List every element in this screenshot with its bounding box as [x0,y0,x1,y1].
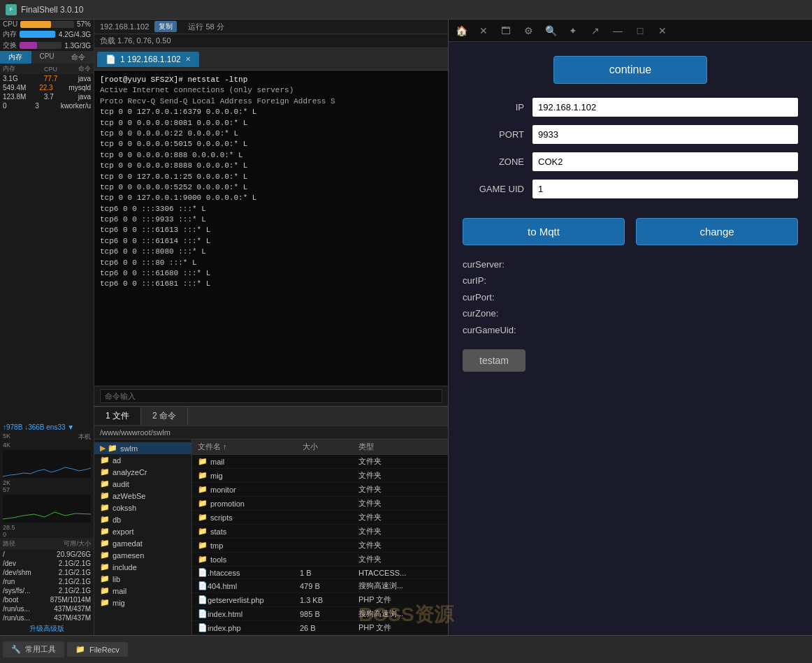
tree-item-include[interactable]: 📁include [94,561,191,573]
mem-bar-fill [20,31,55,38]
tree-item-audit[interactable]: 📁audit [94,478,191,490]
mem-row: 内存 4.2G/4.3G [0,29,94,40]
tab-connection[interactable]: 📄 1 192.168.1.102 ✕ [97,52,199,67]
upgrade-link[interactable]: 升级高级版 [0,622,94,635]
tree-item-analyze[interactable]: 📁analyzeCr [94,466,191,478]
file-icon-indexhtml: 📄 [198,609,208,618]
settings-icon[interactable]: ⚙ [521,24,535,38]
proc-row-0: 3.1G 77.7 java [0,74,94,83]
terminal-line-6: tcp 0 0 127.0.0.1:25 0.0.0.0:* L [100,172,442,182]
terminal-header1: Active Internet connections (only server… [100,85,442,96]
gameuid-input[interactable] [532,180,798,198]
cur-zone-label: curZone: [463,308,498,319]
tree-item-swlm[interactable]: ▶ 📁 swlm [94,442,191,454]
terminal-col-header: Proto Recv-Q Send-Q Local Address Foreig… [100,96,442,107]
window-icon[interactable]: 🗔 [499,24,513,38]
folder-icon-swlm: ▶ 📁 [100,444,117,453]
file-row-scripts[interactable]: 📁scripts文件夹 [192,511,448,525]
tree-item-gamesen[interactable]: 📁gamesen [94,549,191,561]
cmd-input[interactable] [100,389,442,403]
filerecv-icon: 📁 [75,645,85,654]
network-chart [3,450,91,478]
disk-row-root: /20.9G/26G [0,550,94,559]
tab-files[interactable]: 1 文件 [94,407,141,425]
port-input[interactable] [532,125,798,144]
change-button[interactable]: change [636,218,798,245]
taskbar-item-filerecv[interactable]: 📁 FileRecv [67,642,128,657]
cur-ip-row: curIP: [463,272,798,289]
tree-item-db[interactable]: 📁db [94,513,191,525]
tree-item-mig[interactable]: 📁mig [94,597,191,609]
star-icon[interactable]: ✦ [566,24,580,38]
stats-panel: CPU 57% 内存 4.2G/4.3G 交换 1.3G/3G 内存 CPU [0,20,94,635]
tree-item-export[interactable]: 📁export [94,525,191,537]
search-icon[interactable]: 🔍 [544,24,558,38]
cur-server-label: curServer: [463,259,505,270]
tree-item-cokssh[interactable]: 📁cokssh [94,502,191,513]
mem-label: 内存 [3,29,17,39]
stats-tab-cmd[interactable]: 命令 [62,51,94,64]
tree-item-mail[interactable]: 📁mail [94,585,191,597]
folder-icon-analyze: 📁 [100,467,110,476]
terminal-line-12: tcp6 0 0 :::61614 :::* L [100,236,442,247]
file-row-monitor[interactable]: 📁monitor文件夹 [192,483,448,497]
stats-tab-cpu[interactable]: CPU [31,51,63,64]
tree-item-ad[interactable]: 📁ad [94,454,191,466]
tab-icon: 📄 [106,54,116,64]
breadcrumb: /www/wwwroot/swlm [94,426,448,439]
proc-row-2: 123.8M 3.7 java [0,92,94,101]
file-row-404html[interactable]: 📄404.html479 B搜狗高速浏... [192,579,448,593]
form-row-gameuid: GAME UID [463,180,798,198]
latency-label-top: 57 [0,486,94,493]
process-list: 内存 CPU 命令 3.1G 77.7 java 549.4M 22.3 mys… [0,64,94,422]
file-row-tools[interactable]: 📁tools文件夹 [192,553,448,567]
file-icon-indexphp: 📄 [198,623,208,632]
window-close-icon[interactable]: ✕ [655,24,669,38]
file-row-stats[interactable]: 📁stats文件夹 [192,525,448,539]
tree-item-gamedat[interactable]: 📁gamedat [94,537,191,549]
terminal-line-13: tcp6 0 0 :::8080 :::* L [100,247,442,257]
nav-icon[interactable]: ↗ [588,24,602,38]
file-row-getserverlist[interactable]: 📄getserverlist.php1.3 KBPHP 文件 [192,593,448,607]
close-icon[interactable]: ✕ [477,24,491,38]
terminal: [root@yuyu SFS2X]# netstat -ltnp Active … [94,71,448,386]
chart-labels-top: 5K本机 [0,432,94,442]
file-row-htaccess[interactable]: 📄.htaccess1 BHTACCESS... [192,567,448,579]
file-row-tmp[interactable]: 📁tmp文件夹 [192,539,448,553]
file-row-mig[interactable]: 📁mig文件夹 [192,469,448,483]
file-row-indexhtml[interactable]: 📄index.html985 B搜狗高速浏... [192,607,448,621]
cmd-input-bar [94,386,448,406]
terminal-line-8: tcp 0 0 127.0.0.1:9000 0.0.0.0:* L [100,193,442,203]
swap-bar-bg [20,42,61,49]
tab-close-icon[interactable]: ✕ [185,55,191,63]
ip-input[interactable] [532,98,798,117]
tree-item-lib[interactable]: 📁lib [94,573,191,585]
file-icon-htaccess: 📄 [198,568,208,577]
maximize-icon[interactable]: □ [633,24,647,38]
zone-input[interactable] [532,152,798,171]
file-row-indexphp[interactable]: 📄index.php26 BPHP 文件 [192,621,448,635]
minimize-icon[interactable]: — [611,24,625,38]
tree-item-azwebse[interactable]: 📁azWebSe [94,490,191,502]
file-content: ▶ 📁 swlm 📁ad 📁analyzeCr 📁audit 📁azWebSe … [94,439,448,635]
cpu-value: 57% [77,20,91,28]
testam-button[interactable]: testam [463,349,525,372]
continue-button[interactable]: continue [553,56,707,84]
file-row-promotion[interactable]: 📁promotion文件夹 [192,497,448,511]
file-manager: /www/wwwroot/swlm ▶ 📁 swlm 📁ad 📁analyzeC… [94,425,448,635]
folder-icon-promotion: 📁 [198,499,208,508]
network-label[interactable]: ↑978B ↓366B ens33 ▼ [0,422,94,432]
col-filename: 文件名 ↑ [198,442,303,452]
home-icon[interactable]: 🏠 [454,24,468,38]
stats-tab-mem[interactable]: 内存 [0,51,31,64]
to-mqtt-button[interactable]: to Mqtt [463,218,625,245]
tab-commands[interactable]: 2 命令 [141,407,188,425]
terminal-line-9: tcp6 0 0 :::3306 :::* L [100,204,442,214]
swap-detail: 1.3G/3G [64,42,91,50]
file-row-mail[interactable]: 📁mail文件夹 [192,455,448,469]
copy-button[interactable]: 复制 [154,21,177,32]
taskbar-item-tools[interactable]: 🔧 常用工具 [3,641,64,657]
terminal-line-0: tcp 0 0 127.0.0.1:6379 0.0.0.0:* L [100,107,442,117]
terminal-command: [root@yuyu SFS2X]# netstat -ltnp [100,75,442,85]
load-bar: 负载 1.76, 0.76, 0.50 [94,34,448,48]
